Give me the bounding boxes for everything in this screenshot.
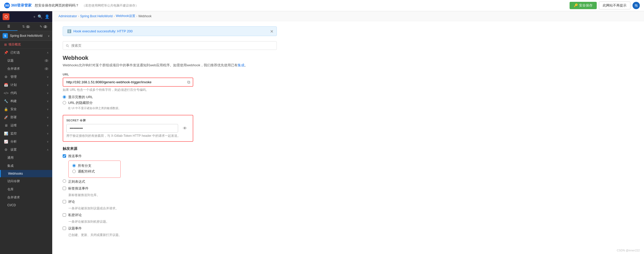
plan-chevron: ∨ <box>47 84 49 86</box>
avatar: 拖 <box>633 2 640 9</box>
sidebar: ⬡ + 🔍 👤 ☰ ⇅ 1 ✎ 2 S Spring Boot He <box>0 11 52 254</box>
radio-full-url[interactable]: 显示完整的 URL <box>63 95 277 99</box>
tab-edit[interactable]: ✎ 2 <box>35 22 52 31</box>
analyze-icon: 📈 <box>4 140 8 144</box>
url-input[interactable] <box>63 78 183 86</box>
analyze-chevron: ∨ <box>47 140 49 143</box>
monitor-icon: 📊 <box>4 132 8 135</box>
confidential-comment-checkbox[interactable] <box>63 213 66 217</box>
push-events-checkbox[interactable] <box>63 154 66 158</box>
logo-text: 360登录管家 <box>11 3 32 8</box>
sidebar-item-security[interactable]: 🔒 安全 ∨ <box>0 105 52 113</box>
search-icon[interactable]: 🔍 <box>38 14 43 19</box>
radio-masked-label: URL 的隐藏部分 <box>68 101 93 105</box>
radio-all-branches[interactable]: 所有分支 <box>72 163 117 168</box>
no-remind-button[interactable]: 此网站不再提示 <box>599 2 630 9</box>
security-icon: 🔒 <box>4 107 8 111</box>
repo-label: 仓库 <box>7 187 49 192</box>
desc-text-1: Webhooks允许钩针对某个群组或项目中的事件发送通知到web应用程序。如需使… <box>63 63 238 67</box>
sidebar-item-code[interactable]: </> 代码 ∨ <box>0 89 52 97</box>
sidebar-item-general[interactable]: 通用 <box>0 154 52 162</box>
sidebar-item-pinned[interactable]: 📌 已钉选 ∧ <box>0 49 52 57</box>
secret-input-row: 👁 <box>66 124 190 133</box>
close-banner-button[interactable]: ✕ <box>270 29 273 34</box>
sidebar-item-cicd[interactable]: CI/CD <box>0 202 52 209</box>
tag-push-label: 标签推送事件 <box>68 186 89 191</box>
webhooks-label: Webhooks <box>8 172 49 175</box>
radio-masked-url[interactable]: URL 的隐藏部分 <box>63 101 277 105</box>
profile-icon[interactable]: 👤 <box>45 14 50 19</box>
desc-text-2: 。 <box>244 63 248 67</box>
analyze-label: 分析 <box>10 139 47 144</box>
url-label: URL <box>63 73 277 76</box>
sidebar-item-deploy[interactable]: 🚀 部署 ∨ <box>0 113 52 121</box>
success-banner: ℹ️ Hook executed successfully: HTTP 200 … <box>63 26 277 36</box>
code-chevron: ∨ <box>47 92 49 94</box>
secret-eye-icon[interactable]: 👁 <box>180 126 190 131</box>
settings-icon: ⚙ <box>4 148 8 152</box>
merge-settings-label: 合并请求 <box>7 195 49 200</box>
manage-label: 管理 <box>10 75 47 79</box>
breadcrumb-webhook-settings[interactable]: Webhook设置 <box>116 14 135 18</box>
mr-label: 合并请求 <box>7 67 44 71</box>
url-input-box: ⧉ <box>63 78 193 87</box>
sidebar-item-build[interactable]: 🔧 构建 ∨ <box>0 97 52 105</box>
secret-input[interactable] <box>66 124 178 133</box>
sidebar-item-monitor[interactable]: 📊 监控 ∨ <box>0 129 52 138</box>
sidebar-item-merge-settings[interactable]: 合并请求 <box>0 193 52 202</box>
comment-checkbox[interactable] <box>63 200 66 203</box>
build-chevron: ∨ <box>47 100 49 103</box>
sidebar-item-tokens[interactable]: 访问令牌 <box>0 177 52 185</box>
trigger-label: 触发来源 <box>63 146 277 151</box>
merge-icon: ⇅ <box>22 25 25 28</box>
url-hint: 如果 URL 包含一个或多个特殊字符，则必须进行百分号编码。 <box>63 88 193 92</box>
page-title: Webhook <box>63 55 277 61</box>
push-events-label: 推送事件 <box>68 154 82 158</box>
sidebar-item-webhooks[interactable]: Webhooks <box>0 170 52 177</box>
logo-360-icon: 360 <box>4 3 10 8</box>
search-input[interactable] <box>63 41 277 50</box>
sidebar-item-mergerequests[interactable]: 合并请求 0 <box>0 65 52 73</box>
breadcrumb-project[interactable]: Spring Boot HelloWorld <box>80 14 113 18</box>
page-desc: Webhooks允许钩针对某个群组或项目中的事件发送通知到web应用程序。如需使… <box>63 63 277 68</box>
secure-save-button[interactable]: 🔑 安全保存 <box>570 2 597 9</box>
sidebar-item-plan[interactable]: 📅 计划 ∨ <box>0 81 52 89</box>
sidebar-item-analyze[interactable]: 📈 分析 ∨ <box>0 138 52 146</box>
breadcrumb-admin[interactable]: Administrator <box>58 14 77 18</box>
sidebar-item-ops[interactable]: 🖥 运维 ∨ <box>0 121 52 129</box>
confidential-comment-item: 私密评论 <box>63 213 277 217</box>
success-message: Hook executed successfully: HTTP 200 <box>73 29 133 33</box>
tab-merge[interactable]: ⇅ 1 <box>17 22 35 31</box>
logo-360: 360 360登录管家 <box>4 3 32 8</box>
main: Administrator › Spring Boot HelloWorld ›… <box>52 11 644 254</box>
trigger-section: 触发来源 推送事件 所有分支 通配符样式 <box>63 146 277 237</box>
sidebar-item-manage[interactable]: ⚙ 管理 ∨ <box>0 73 52 81</box>
issue-checkbox[interactable] <box>63 227 66 230</box>
pin-icon: 📌 <box>4 51 8 55</box>
tab-menu[interactable]: ☰ <box>0 22 17 31</box>
confidential-comment-hint: 一条评论被添加到机密议题。 <box>68 220 277 224</box>
regex-radio[interactable] <box>63 179 66 183</box>
url-copy-icon[interactable]: ⧉ <box>185 80 193 85</box>
sidebar-project[interactable]: S Spring Boot HelloWorld ∨ <box>0 31 52 41</box>
code-icon: </> <box>4 91 8 95</box>
tag-push-checkbox[interactable] <box>63 187 66 190</box>
content-area: ℹ️ Hook executed successfully: HTTP 200 … <box>52 21 287 254</box>
sidebar-item-settings[interactable]: ⚙ 设置 ∧ <box>0 146 52 154</box>
plus-icon[interactable]: + <box>33 14 36 19</box>
radio-match-pattern[interactable]: 通配符样式 <box>72 169 117 174</box>
sidebar-header-icons: + 🔍 👤 <box>33 14 50 19</box>
sidebar-item-issues[interactable]: 议题 0 <box>0 57 52 65</box>
code-label: 代码 <box>10 91 47 95</box>
confidential-comment-label: 私密评论 <box>68 213 82 217</box>
sidebar-item-repo[interactable]: 仓库 <box>0 185 52 193</box>
secret-section: Secret 令牌 👁 用于验证接收到的有效载荷，与 X-Gitlab-Toke… <box>63 115 277 142</box>
manage-chevron: ∨ <box>47 75 49 78</box>
ops-icon: 🖥 <box>4 123 8 127</box>
tag-push-hint: 新标签被推送到仓库。 <box>68 193 277 197</box>
sidebar-overview-link[interactable]: ⊞ 项目概览 <box>0 41 52 49</box>
save-question: 想安全保存此网页的密码吗？ <box>35 3 79 8</box>
integrations-link[interactable]: 集成 <box>238 63 244 67</box>
sidebar-header: ⬡ + 🔍 👤 <box>0 11 52 22</box>
sidebar-item-integrations[interactable]: 集成 <box>0 162 52 170</box>
